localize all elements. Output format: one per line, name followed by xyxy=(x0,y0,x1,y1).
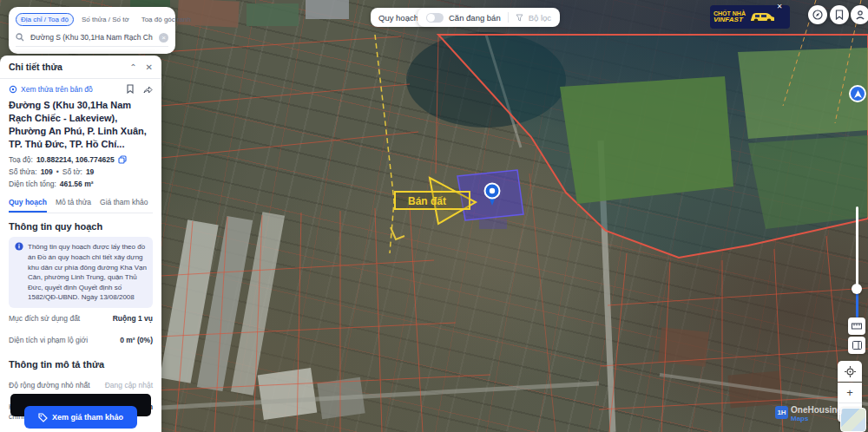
so-thua-label: Số thửa: xyxy=(9,167,37,176)
panel-footer: Xem giá tham khảo xyxy=(0,394,161,432)
description-section-heading: Thông tin mô tả thửa xyxy=(9,359,153,370)
share-icon[interactable] xyxy=(143,85,153,94)
listings-toggle[interactable] xyxy=(426,13,444,23)
navigate-button[interactable] xyxy=(849,85,866,102)
tab-parcel-sheet[interactable]: Số thửa / Số tờ xyxy=(77,13,134,26)
planning-notice-text: Thông tin quy hoạch được lấy theo đồ án … xyxy=(28,242,147,303)
search-card: Địa chỉ / Toạ độ Số thửa / Số tờ Toạ độ … xyxy=(9,7,175,54)
detail-tabs: Quy hoạch Mô tả thửa Giá tham khảo xyxy=(9,194,153,213)
row-value: Đang cập nhật xyxy=(105,381,153,389)
tab-address-coords[interactable]: Địa chỉ / Toạ độ xyxy=(16,13,74,26)
car-icon xyxy=(748,10,776,24)
callout-label: Bán đất xyxy=(408,195,446,207)
view-price-button[interactable]: Xem giá tham khảo xyxy=(24,406,137,429)
parcel-detail-panel: Chi tiết thửa ⌃ ✕ Xem thửa trên bản đồ Đ… xyxy=(0,56,161,432)
saved-button[interactable] xyxy=(830,5,849,24)
filter-button[interactable]: Bộ lọc xyxy=(529,13,551,23)
account-button[interactable] xyxy=(851,5,868,24)
panel-title: Chi tiết thửa xyxy=(9,62,62,72)
layer-dropdown-label: Quy hoạch xyxy=(378,13,418,23)
search-icon xyxy=(16,33,24,42)
filter-bar: Căn đang bán Bộ lọc xyxy=(418,8,560,27)
area-label: Diện tích tổng: xyxy=(9,180,56,188)
user-icon xyxy=(855,10,865,20)
so-to-label: Số tờ: xyxy=(62,167,82,176)
watermark-sub: Maps xyxy=(791,415,842,423)
split-panel-icon xyxy=(852,341,862,350)
overlay-opacity-slider-track[interactable] xyxy=(856,206,858,286)
view-price-label: Xem giá tham khảo xyxy=(52,413,123,422)
watermark-name: OneHousing xyxy=(791,406,842,415)
my-location-button[interactable] xyxy=(838,361,862,382)
ruler-icon xyxy=(852,323,862,330)
planning-section-heading: Thông tin quy hoạch xyxy=(9,221,153,232)
ad-line2: VINFAST xyxy=(713,16,746,23)
row-value: Ruộng 1 vụ xyxy=(113,314,153,323)
collapse-icon[interactable]: ⌃ xyxy=(129,62,136,72)
basemap-thumbnail[interactable] xyxy=(840,408,866,432)
planning-notice: Thông tin quy hoạch được lấy theo đồ án … xyxy=(9,237,153,308)
overlay-opacity-slider-fill xyxy=(856,291,858,317)
copy-icon[interactable] xyxy=(118,155,127,164)
so-thua-value: 109 xyxy=(41,167,53,176)
info-icon xyxy=(15,242,23,303)
measure-button[interactable] xyxy=(848,317,865,335)
overlay-opacity-slider-knob[interactable] xyxy=(852,284,862,294)
divider xyxy=(508,12,509,23)
onehousing-watermark: 1H OneHousing Maps xyxy=(775,406,842,423)
legend-panel-button[interactable] xyxy=(848,337,865,354)
dot-separator: • xyxy=(56,167,59,176)
clear-search-icon[interactable]: × xyxy=(159,33,168,43)
row-label: Diện tích vi phạm lộ giới xyxy=(9,336,88,345)
row-label: Độ rộng đường nhỏ nhất xyxy=(9,381,90,390)
parcel-address-title: Đường S (Khu 30,1Ha Nam Rạch Chiếc - Lak… xyxy=(9,99,153,150)
location-arrow-icon xyxy=(854,90,862,98)
listings-toggle-label: Căn đang bán xyxy=(449,13,501,23)
zoom-in-button[interactable]: + xyxy=(838,383,862,403)
target-icon xyxy=(9,85,17,94)
onehousing-logo-icon: 1H xyxy=(775,406,788,419)
tab-corner-coords[interactable]: Toạ độ góc ranh xyxy=(137,13,195,26)
close-icon[interactable]: ✕ xyxy=(146,62,153,72)
area-value: 461.56 m² xyxy=(60,180,94,188)
bookmark-icon[interactable] xyxy=(126,84,135,94)
coords-label: Toạ độ: xyxy=(9,155,33,164)
tab-quy-hoach[interactable]: Quy hoạch xyxy=(9,194,47,213)
tab-gia-tham-khao[interactable]: Giá tham khảo xyxy=(100,194,148,213)
explore-button[interactable] xyxy=(808,5,827,24)
tab-mo-ta-thua[interactable]: Mô tả thửa xyxy=(56,194,91,213)
filter-funnel-icon xyxy=(516,14,523,22)
ad-close-icon[interactable]: ✕ xyxy=(775,3,784,11)
compass-icon xyxy=(812,10,823,20)
so-to-value: 19 xyxy=(86,167,94,176)
price-tag-icon xyxy=(38,413,48,422)
search-mode-tabs: Địa chỉ / Toạ độ Số thửa / Số tờ Toạ độ … xyxy=(16,13,168,26)
row-value: 0 m² (0%) xyxy=(120,336,153,344)
coords-value: 10.882214, 106.774625 xyxy=(36,155,115,164)
crosshair-icon xyxy=(845,366,856,377)
bookmark-icon xyxy=(835,10,844,20)
search-input[interactable] xyxy=(29,32,155,43)
row-label: Mục đích sử dụng đất xyxy=(9,314,80,324)
view-on-map-link[interactable]: Xem thửa trên bản đồ xyxy=(21,85,122,94)
